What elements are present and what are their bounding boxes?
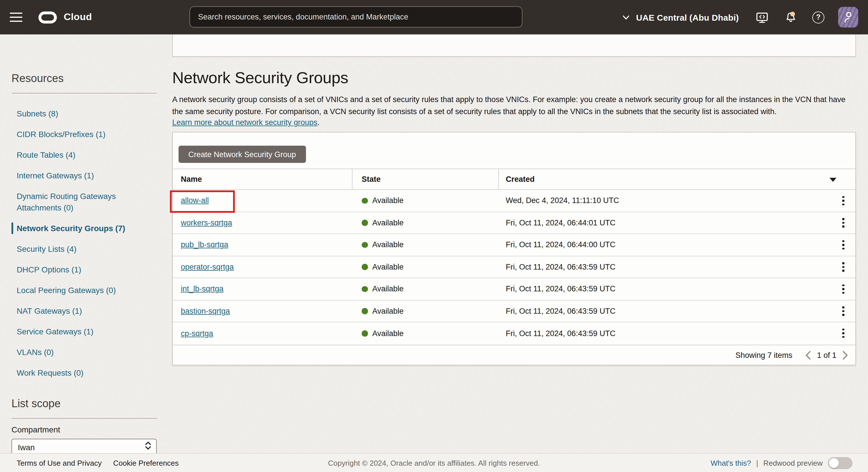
cell-state: Available [352,218,499,227]
row-actions-kebab-icon[interactable] [837,326,849,340]
status-available-icon [362,308,368,314]
sidebar-item-security-lists-4[interactable]: Security Lists (4) [11,243,162,255]
column-header-created[interactable]: Created [499,169,856,189]
nsg-link-cp-sqrtga[interactable]: cp-sqrtga [181,329,213,338]
cookie-preferences-link[interactable]: Cookie Preferences [113,459,179,467]
nsg-link-allow-all[interactable]: allow-all [181,196,209,205]
brand[interactable]: Cloud [38,0,92,34]
nsg-link-workers-sqrtga[interactable]: workers-sqrtga [181,218,232,227]
footer-right: What's this? | Redwood preview [711,457,852,469]
compartment-label: Compartment [11,425,157,434]
sidebar-item-dynamic-routing-gateways-attachments-0[interactable]: Dynamic Routing Gateways Attachments (0) [11,191,162,213]
redwood-preview-toggle[interactable] [828,457,852,469]
sidebar-item-route-tables-4[interactable]: Route Tables (4) [11,149,162,161]
region-label: UAE Central (Abu Dhabi) [636,12,739,22]
cell-name: cp-sqrtga [173,329,352,338]
sidebar-item-local-peering-gateways-0[interactable]: Local Peering Gateways (0) [11,284,162,296]
table-row: pub_lb-sqrtgaAvailableFri, Oct 11, 2024,… [173,234,856,256]
row-actions-kebab-icon[interactable] [837,194,849,208]
page-description: A network security group consists of a s… [172,94,856,117]
sentence-period: . [317,118,320,127]
resource-list: Subnets (8)CIDR Blocks/Prefixes (1)Route… [11,108,162,388]
table-row: allow-allAvailableWed, Dec 4, 2024, 11:1… [173,190,856,212]
create-nsg-button[interactable]: Create Network Security Group [179,146,306,163]
status-label: Available [372,285,404,293]
nsg-link-int_lb-sqrtga[interactable]: int_lb-sqrtga [181,285,224,293]
cell-state: Available [352,307,499,315]
footer-links: Terms of Use and Privacy Cookie Preferen… [17,459,179,467]
nsg-link-bastion-sqrtga[interactable]: bastion-sqrtga [181,307,230,315]
sort-descending-icon[interactable] [830,178,836,182]
toggle-knob [829,458,839,468]
chevron-down-icon [622,14,630,20]
scrolled-card-remnant [172,34,856,57]
row-actions-kebab-icon[interactable] [837,260,849,274]
cell-created: Wed, Dec 4, 2024, 11:11:10 UTC [499,196,856,205]
sidebar-item-work-requests-0[interactable]: Work Requests (0) [11,367,162,378]
cloud-shell-icon[interactable] [755,11,769,24]
column-header-name[interactable]: Name [173,169,352,189]
table-row: cp-sqrtgaAvailableFri, Oct 11, 2024, 06:… [173,322,856,344]
sidebar-item-subnets-8[interactable]: Subnets (8) [11,108,162,119]
table-header-row: Name State Created [173,169,856,190]
next-page-icon[interactable] [842,351,848,361]
status-available-icon [362,330,368,336]
status-available-icon [362,286,368,292]
table-row: workers-sqrtgaAvailableFri, Oct 11, 2024… [173,212,856,234]
status-label: Available [372,329,404,338]
cell-name: int_lb-sqrtga [173,285,352,293]
terms-link[interactable]: Terms of Use and Privacy [17,459,102,467]
row-actions-kebab-icon[interactable] [837,304,849,318]
sidebar: Resources Subnets (8)CIDR Blocks/Prefixe… [0,34,172,453]
compartment-value: Iwan [18,443,35,452]
previous-page-icon[interactable] [805,351,811,361]
nsg-link-pub_lb-sqrtga[interactable]: pub_lb-sqrtga [181,241,228,249]
hamburger-menu-icon[interactable] [10,11,24,24]
help-icon[interactable]: ? [812,11,825,23]
sidebar-item-network-security-groups-7[interactable]: Network Security Groups (7) [11,223,162,234]
page-indicator: 1 of 1 [817,351,836,360]
row-actions-kebab-icon[interactable] [837,282,849,296]
table-footer: Showing 7 items 1 of 1 [173,344,856,366]
status-label: Available [372,196,404,205]
row-actions-kebab-icon[interactable] [837,216,849,230]
sidebar-item-service-gateways-1[interactable]: Service Gateways (1) [11,326,162,337]
sidebar-item-internet-gateways-1[interactable]: Internet Gateways (1) [11,170,162,181]
select-chevrons-icon [145,442,151,450]
notification-badge [790,12,795,16]
list-scope-heading: List scope [11,398,157,410]
learn-more-link[interactable]: Learn more about network security groups [172,118,317,127]
cell-name: pub_lb-sqrtga [173,241,352,249]
nsg-link-operator-sqrtga[interactable]: operator-sqrtga [181,263,234,271]
region-selector[interactable]: UAE Central (Abu Dhabi) [622,12,739,22]
divider [11,93,157,94]
sidebar-item-nat-gateways-1[interactable]: NAT Gateways (1) [11,305,162,316]
cell-created: Fri, Oct 11, 2024, 06:43:59 UTC [499,285,856,293]
whats-this-link[interactable]: What's this? [711,459,751,467]
user-avatar[interactable] [838,7,858,28]
main-content: Network Security Groups A network securi… [172,34,868,453]
sidebar-item-cidr-blocks-prefixes-1[interactable]: CIDR Blocks/Prefixes (1) [11,129,162,140]
status-label: Available [372,307,404,315]
table-row: bastion-sqrtgaAvailableFri, Oct 11, 2024… [173,300,856,322]
column-header-state[interactable]: State [352,169,499,189]
footer: Terms of Use and Privacy Cookie Preferen… [0,453,868,472]
global-search-input[interactable] [189,6,522,28]
divider [11,418,157,419]
redwood-preview-label: Redwood preview [763,459,823,467]
cell-state: Available [352,263,499,271]
nsg-table-card: Create Network Security Group Name State… [172,132,856,365]
sidebar-item-vlans-0[interactable]: VLANs (0) [11,346,162,358]
status-label: Available [372,218,404,227]
status-available-icon [362,198,368,204]
status-label: Available [372,241,404,249]
cell-state: Available [352,329,499,338]
notifications-bell-icon[interactable] [784,10,797,24]
cell-state: Available [352,196,499,205]
row-actions-kebab-icon[interactable] [837,238,849,252]
cell-created: Fri, Oct 11, 2024, 06:44:01 UTC [499,218,856,227]
topbar: Cloud UAE Central (Abu Dhabi) [0,0,868,34]
sidebar-item-dhcp-options-1[interactable]: DHCP Options (1) [11,264,162,275]
items-summary: Showing 7 items [735,351,792,360]
cell-created: Fri, Oct 11, 2024, 06:43:59 UTC [499,329,856,338]
